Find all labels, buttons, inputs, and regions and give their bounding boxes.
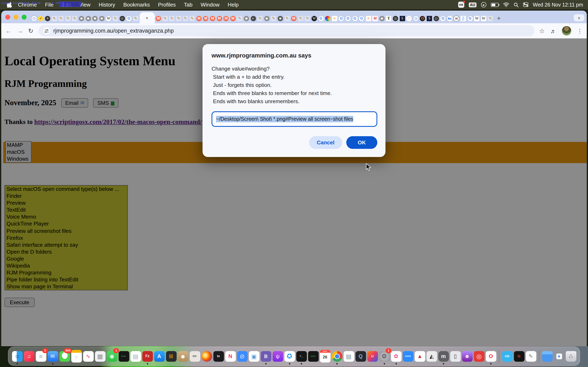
mastodon[interactable]: m	[438, 349, 449, 364]
browser-tab[interactable]: ✎	[58, 13, 64, 23]
dialog-text-input[interactable]: ~/Desktop/Screen\ Shot\ *.png#Preview al…	[212, 111, 377, 127]
browser-tab[interactable]: ✎	[487, 13, 493, 23]
menu-item[interactable]: Tab	[180, 2, 197, 8]
address-bar[interactable]: rjmprogramming.com.au/open_extravaganza.…	[38, 25, 534, 36]
browser-tab[interactable]: ✎	[257, 13, 263, 23]
browser-tab[interactable]: G	[440, 13, 446, 23]
app-store[interactable]: A	[153, 349, 165, 364]
chrome[interactable]	[331, 349, 343, 364]
podcasts[interactable]: ψ	[272, 349, 284, 364]
browser-tab[interactable]: ✎	[162, 13, 168, 23]
drawing-app[interactable]: ∿	[82, 349, 94, 364]
browser-tab[interactable]: ◷	[31, 13, 37, 23]
browser-tab[interactable]: G	[359, 13, 365, 23]
browser-tab[interactable]: ☻	[85, 13, 91, 23]
browser-tab[interactable]: M	[216, 13, 222, 23]
browser-tab[interactable]: ✎	[72, 13, 78, 23]
iphone-mirroring[interactable]: ▯	[449, 349, 461, 364]
browser-tab[interactable]: Be	[447, 13, 453, 23]
browser-tab[interactable]: G	[126, 13, 132, 23]
menu-item[interactable]: Help	[224, 2, 243, 8]
cancel-button[interactable]: Cancel	[309, 136, 342, 149]
palette-app[interactable]: ✿	[390, 349, 402, 364]
browser-tab[interactable]: ✎	[304, 13, 311, 23]
browser-tab[interactable]: ◷	[413, 13, 419, 23]
menu-bar-clock[interactable]: Wed 26 Nov 12:11 pm	[533, 2, 583, 8]
apple-tv[interactable]: tv	[213, 349, 224, 364]
browser-tab[interactable]: G	[352, 13, 358, 23]
libreoffice[interactable]: ▤	[343, 349, 355, 364]
browser-tab[interactable]: ✎	[176, 13, 182, 23]
cat-app[interactable]: ☻	[461, 349, 473, 364]
trash[interactable]: ♺	[565, 349, 577, 364]
browser-tab[interactable]: W	[105, 13, 112, 23]
browser-tab[interactable]: ⣿	[460, 13, 466, 23]
textedit[interactable]: ✎	[525, 349, 537, 364]
exec-terminal[interactable]: exec	[118, 349, 130, 364]
exec-terminal-2[interactable]: exec	[307, 349, 319, 364]
browser-tab[interactable]: S	[426, 13, 432, 23]
digital-color-meter[interactable]: ◎	[473, 349, 485, 364]
reload-button[interactable]: ↻	[28, 27, 33, 34]
browser-tab[interactable]: ✎	[270, 13, 277, 23]
browser-tab[interactable]: W	[311, 13, 317, 23]
menu-item[interactable]: History	[95, 2, 119, 8]
control-center-icon[interactable]	[523, 2, 528, 7]
document-app[interactable]: ▤	[130, 349, 141, 364]
browser-tab[interactable]: G	[345, 13, 351, 23]
inkscape[interactable]: ◭	[426, 349, 438, 364]
browser-tab[interactable]: W	[481, 13, 487, 23]
messages[interactable]: 204	[59, 349, 70, 364]
safari[interactable]: ✪	[284, 349, 295, 364]
now-playing-icon[interactable]: ▶	[481, 2, 486, 7]
browser-tab[interactable]: G	[467, 13, 473, 23]
browser-tab[interactable]: ✎	[237, 13, 243, 23]
calendar[interactable]: 26	[319, 349, 331, 364]
profile-avatar[interactable]	[562, 26, 571, 35]
media-controls-icon[interactable]: ♬	[550, 27, 556, 34]
mail[interactable]: ✉	[47, 349, 59, 364]
browser-tab[interactable]: ◎	[119, 13, 125, 23]
finder[interactable]: ☺	[11, 349, 23, 364]
blocked-app[interactable]: ⊘	[236, 349, 248, 364]
wifi-icon[interactable]	[503, 2, 509, 7]
browser-tab[interactable]: ☻	[99, 13, 105, 23]
contacts[interactable]: ☻	[177, 349, 189, 364]
browser-tab[interactable]: M	[230, 13, 236, 23]
browser-tab[interactable]: ≡	[331, 13, 337, 23]
mk-app[interactable]: mk	[501, 349, 513, 364]
ok-button[interactable]: OK	[346, 136, 377, 149]
active-tab[interactable]: ×	[139, 12, 155, 23]
terminal[interactable]: >_	[295, 349, 307, 364]
browser-tab[interactable]: ☻	[78, 13, 85, 23]
close-window-button[interactable]	[5, 15, 10, 20]
browser-tab[interactable]: ✎	[51, 13, 57, 23]
input-source-badge[interactable]: AU	[469, 2, 476, 7]
forward-button[interactable]: →	[17, 27, 23, 34]
input-selected-text[interactable]: ~/Desktop/Screen\ Shot\ *.png#Preview al…	[216, 116, 353, 122]
browser-tab[interactable]: ✓	[38, 13, 44, 23]
photo-utility[interactable]: ▣	[248, 349, 260, 364]
browser-tab[interactable]: M	[196, 13, 202, 23]
browser-tab[interactable]: ☻	[264, 13, 270, 23]
browser-tab[interactable]: ✎	[169, 13, 175, 23]
mk-menu-icon[interactable]: mk	[458, 2, 464, 8]
filezilla[interactable]: Fz	[141, 349, 153, 364]
browser-tab[interactable]: S	[399, 13, 405, 23]
browser-tab[interactable]: ✎	[65, 13, 71, 23]
browser-tab[interactable]: M	[209, 13, 216, 23]
browser-tab[interactable]: ◎	[392, 13, 398, 23]
new-tab-button[interactable]: +	[497, 15, 501, 22]
notes[interactable]: ≣	[70, 349, 82, 364]
browser-tab[interactable]: ☻	[379, 13, 385, 23]
downloads-folder[interactable]	[541, 349, 553, 364]
browser-tab[interactable]	[325, 13, 331, 23]
zoom[interactable]: zoom	[402, 349, 414, 364]
facetime[interactable]: ◉1	[106, 349, 118, 364]
spotlight-search-icon[interactable]	[514, 2, 519, 7]
browser-tab[interactable]: ✎	[182, 13, 189, 23]
browser-tab[interactable]: ◎	[433, 13, 439, 23]
browser-tab[interactable]: ∷	[406, 13, 412, 23]
firefox[interactable]	[201, 349, 213, 364]
cmake[interactable]: ▲	[414, 349, 426, 364]
